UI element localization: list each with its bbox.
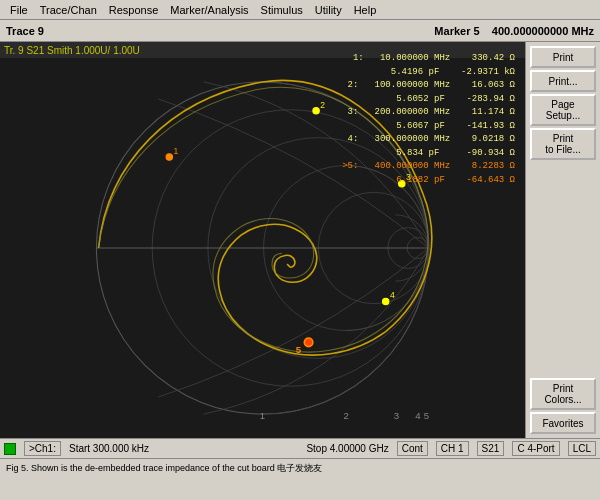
lcl-label: LCL [568, 441, 596, 456]
channel-label: >Ch1: [24, 441, 61, 456]
print-to-file-button[interactable]: Print to File... [530, 128, 596, 160]
menu-utility[interactable]: Utility [309, 3, 348, 17]
caption: Fig 5. Shown is the de-embedded trace im… [0, 458, 600, 478]
svg-text:2: 2 [320, 100, 325, 110]
svg-text:3: 3 [406, 173, 411, 183]
svg-text:3: 3 [394, 410, 399, 421]
svg-point-16 [313, 108, 319, 114]
favorites-button[interactable]: Favorites [530, 412, 596, 434]
menu-stimulus[interactable]: Stimulus [255, 3, 309, 17]
menu-tracechan[interactable]: Trace/Chan [34, 3, 103, 17]
svg-text:5: 5 [424, 410, 429, 421]
svg-point-22 [304, 338, 313, 347]
page-setup-button[interactable]: Page Setup... [530, 94, 596, 126]
svg-text:4: 4 [415, 410, 421, 421]
titlebar: Trace 9 Marker 5 400.000000000 MHz [0, 20, 600, 42]
svg-point-18 [399, 181, 405, 187]
print-dialog-button[interactable]: Print... [530, 70, 596, 92]
svg-text:1: 1 [174, 146, 179, 156]
svg-text:2: 2 [343, 410, 348, 421]
c-label: C 4-Port [512, 441, 559, 456]
sidebar: Print Print... Page Setup... Print to Fi… [525, 42, 600, 438]
menu-response[interactable]: Response [103, 3, 165, 17]
marker-info: Marker 5 400.000000000 MHz [434, 25, 594, 37]
svg-text:5: 5 [296, 344, 302, 355]
trace-title: Trace 9 [6, 25, 434, 37]
caption-text: Fig 5. Shown is the de-embedded trace im… [6, 462, 322, 475]
marker-value: 400.000000000 MHz [492, 25, 594, 37]
statusbar: >Ch1: Start 300.000 kHz Stop 4.00000 GHz… [0, 438, 600, 458]
menu-help[interactable]: Help [348, 3, 383, 17]
status-indicator [4, 443, 16, 455]
menu-file[interactable]: File [4, 3, 34, 17]
ch-label: CH 1 [436, 441, 469, 456]
sweep-start: Start 300.000 kHz [69, 443, 149, 454]
menubar: File Trace/Chan Response Marker/Analysis… [0, 0, 600, 20]
cont-label: Cont [397, 441, 428, 456]
svg-text:1: 1 [260, 410, 265, 421]
marker-label: Marker 5 [434, 25, 479, 37]
print-colors-button[interactable]: Print Colors... [530, 378, 596, 410]
svg-point-20 [383, 298, 389, 304]
sweep-stop: Stop 4.00000 GHz [306, 443, 388, 454]
print-button[interactable]: Print [530, 46, 596, 68]
trace-info: Tr. 9 S21 Smith 1.000U/ 1.00U [0, 42, 525, 58]
svg-point-14 [166, 154, 172, 160]
s-label: S21 [477, 441, 505, 456]
smith-chart: 1 2 3 4 5 1 2 3 4 5 [0, 58, 525, 438]
svg-text:4: 4 [390, 290, 395, 300]
chart-area[interactable]: Tr. 9 S21 Smith 1.000U/ 1.00U [0, 42, 525, 438]
main-layout: Tr. 9 S21 Smith 1.000U/ 1.00U [0, 42, 600, 438]
menu-marker[interactable]: Marker/Analysis [164, 3, 254, 17]
